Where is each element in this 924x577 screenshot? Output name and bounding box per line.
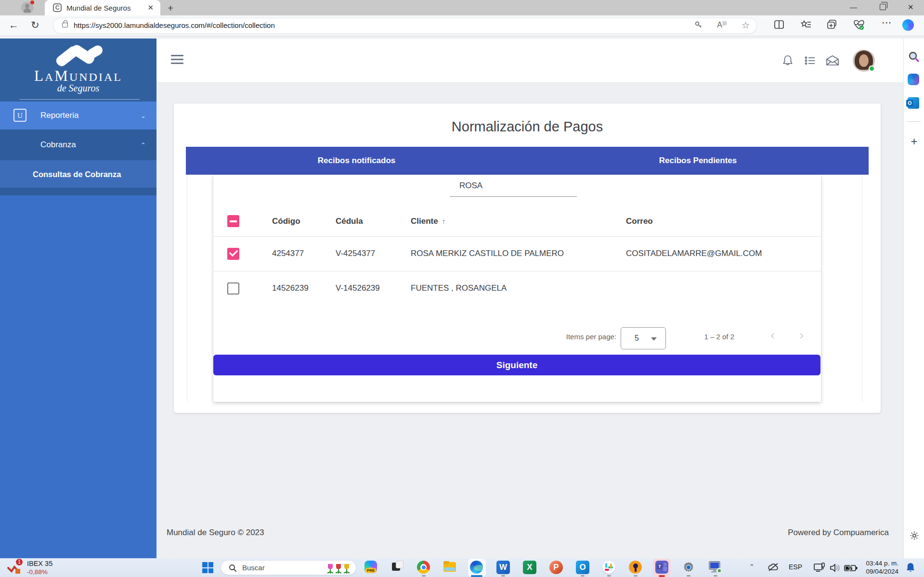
slack-icon[interactable] [602,561,616,574]
openvpn-icon[interactable] [629,561,642,574]
rail-settings-gear-icon[interactable] [904,530,924,541]
chevron-up-icon: ⌃ [141,141,146,149]
window-minimize-button[interactable]: — [850,3,857,11]
running-indicator [501,575,505,577]
normalizacion-card: Normalización de Pagos Recibos notificad… [174,103,881,413]
column-header-codigo[interactable]: Código [272,206,336,236]
page-content: Normalización de Pagos Recibos notificad… [156,83,903,558]
page-size-select[interactable]: 5 [621,327,666,349]
tab-close-icon[interactable]: ✕ [147,3,154,12]
url-text[interactable]: https://sys2000.lamundialdeseguros.com/#… [74,21,275,29]
column-header-cliente[interactable]: Cliente↑ [411,206,626,236]
sidebar-item-cobranza[interactable]: Cobranza ⌃ [0,129,156,160]
sidebar-item-reporteria[interactable]: U Reporteria ⌄ [0,102,156,129]
browser-profile-avatar[interactable] [21,2,34,13]
table-header-row: Código Cédula Cliente↑ Correo [213,206,821,236]
browser-tab[interactable]: C Mundial de Seguros ✕ [45,0,160,15]
add-favorite-star-icon[interactable]: ☆ [742,20,750,31]
address-bar[interactable]: https://sys2000.lamundialdeseguros.com/#… [53,18,757,34]
reporteria-icon: U [13,109,26,122]
notifications-bell-icon[interactable] [781,54,794,67]
rail-add-icon[interactable]: + [904,135,924,148]
menu-hamburger-icon[interactable] [171,55,183,64]
items-per-page-label: Items per page: [566,333,616,341]
windows-taskbar: 1 IBEX 35 -0,88% Buscar PRE [0,558,924,577]
window-restore-button[interactable] [880,4,886,10]
running-indicator [607,575,611,577]
copilot-icon[interactable] [902,19,914,31]
column-header-correo[interactable]: Correo [626,206,821,236]
notification-bell-icon[interactable] [905,562,916,574]
cell-cliente: FUENTES , ROSANGELA [411,271,626,306]
next-page-icon[interactable]: › [799,328,804,343]
remote-desktop-icon[interactable] [708,561,722,574]
outlook-icon[interactable]: O [908,97,920,110]
collections-icon[interactable] [827,20,837,29]
logo-wordmark: LAMUNDIAL [0,67,156,85]
edge-icon[interactable] [470,561,483,574]
search-highlight-tulips-icon[interactable] [326,562,351,575]
file-explorer-icon[interactable] [443,561,457,574]
chevron-down-icon: ⌄ [141,112,146,119]
volume-icon[interactable] [829,563,841,573]
task-view-icon[interactable] [391,561,404,574]
back-button[interactable]: ← [9,19,19,31]
refresh-button[interactable]: ↻ [31,19,39,31]
new-tab-button[interactable]: + [168,2,173,14]
search-placeholder: Buscar [242,564,265,572]
table-row: 14526239 V-14526239 FUENTES , ROSANGELA [213,271,821,306]
browser-essentials-icon[interactable] [853,20,865,30]
tray-expand-chevron-icon[interactable]: ⌃ [749,563,755,570]
password-key-icon[interactable] [694,20,703,30]
excel-icon[interactable]: X [523,561,536,574]
outlook-icon-taskbar[interactable]: O [576,561,589,574]
word-icon[interactable]: W [496,561,510,574]
app-sidebar: LAMUNDIAL de Seguros U Reporteria ⌄ Cobr… [0,38,156,558]
microsoft-365-icon[interactable] [908,74,920,86]
language-indicator[interactable]: ESP [789,563,802,571]
display-cast-icon[interactable] [814,563,825,573]
split-screen-icon[interactable] [774,20,784,29]
favorites-icon[interactable] [801,20,811,29]
onedrive-paused-icon[interactable] [768,563,779,572]
client-search-input[interactable]: ROSA [450,179,577,198]
sort-ascending-icon: ↑ [442,217,446,225]
powerpoint-icon[interactable]: P [549,561,563,574]
column-header-cedula[interactable]: Cédula [336,206,411,236]
paginator: Items per page: 5 1 – 2 of 2 ‹ › [213,322,821,351]
clock[interactable]: 03:44 p. m.09/04/2024 [862,560,898,576]
row-checkbox-unchecked[interactable] [227,282,239,295]
row-checkbox-checked[interactable] [227,248,239,260]
copilot-preview-icon[interactable]: PRE [364,561,378,574]
sidebar-item-consultas-de-cobranza[interactable]: Consultas de Cobranza [0,160,156,188]
tab-group-left-edge [187,175,187,402]
rail-divider [907,121,921,122]
previous-page-icon[interactable]: ‹ [770,328,775,343]
battery-charging-icon[interactable] [844,563,858,573]
browser-settings-more-icon[interactable]: ⋯ [882,17,892,28]
tab-recibos-pendientes[interactable]: Recibos Pendientes [527,147,869,175]
running-indicator [687,575,690,577]
widgets-weather-stock[interactable]: 1 IBEX 35 -0,88% [7,559,93,577]
sidebar-group-edge [0,188,156,195]
sidebar-search-icon[interactable] [908,51,920,63]
sidebar-logo-area: LAMUNDIAL de Seguros [0,38,156,102]
widget-badge: 1 [15,558,23,566]
tab-recibos-notificados[interactable]: Recibos notificados [186,147,527,175]
chrome-icon[interactable] [417,561,430,574]
teams-icon[interactable]: T [655,561,669,574]
select-all-checkbox[interactable] [227,215,239,227]
siguiente-button[interactable]: Siguiente [213,355,820,375]
mail-envelope-icon[interactable] [826,54,839,67]
teams-alert-indicator [659,575,665,577]
table-row: 4254377 V-4254377 ROSA MERKIZ CASTILLO D… [213,236,821,271]
window-close-button[interactable]: ✕ [908,3,914,12]
sidebar-divider [19,99,140,100]
page-title: Normalización de Pagos [174,119,881,135]
task-list-icon[interactable] [804,54,816,67]
start-button[interactable] [202,562,214,574]
tab-title: Mundial de Seguros [66,4,130,12]
taskbar-search-box[interactable]: Buscar [221,560,356,575]
settings-gear-icon[interactable] [682,561,695,574]
read-aloud-icon[interactable]: A))) [717,21,727,29]
